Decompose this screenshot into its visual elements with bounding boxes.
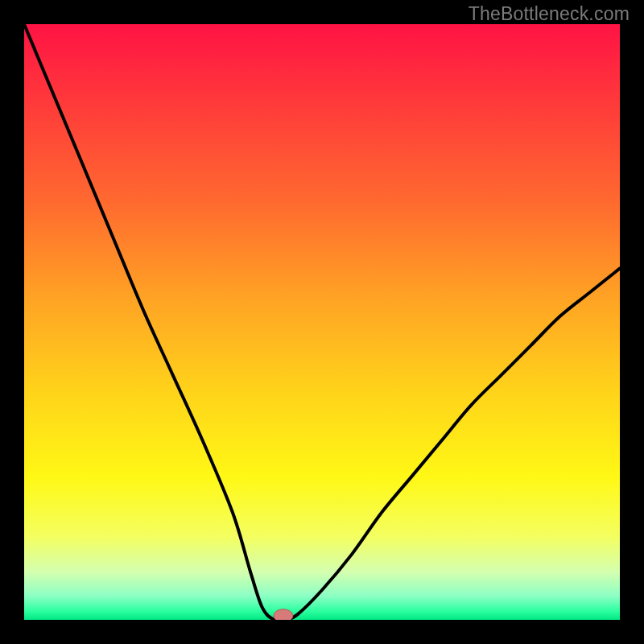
- chart-frame: TheBottleneck.com: [0, 0, 644, 644]
- watermark-text: TheBottleneck.com: [469, 3, 630, 25]
- bottleneck-chart: [0, 0, 644, 644]
- plot-background: [24, 24, 620, 620]
